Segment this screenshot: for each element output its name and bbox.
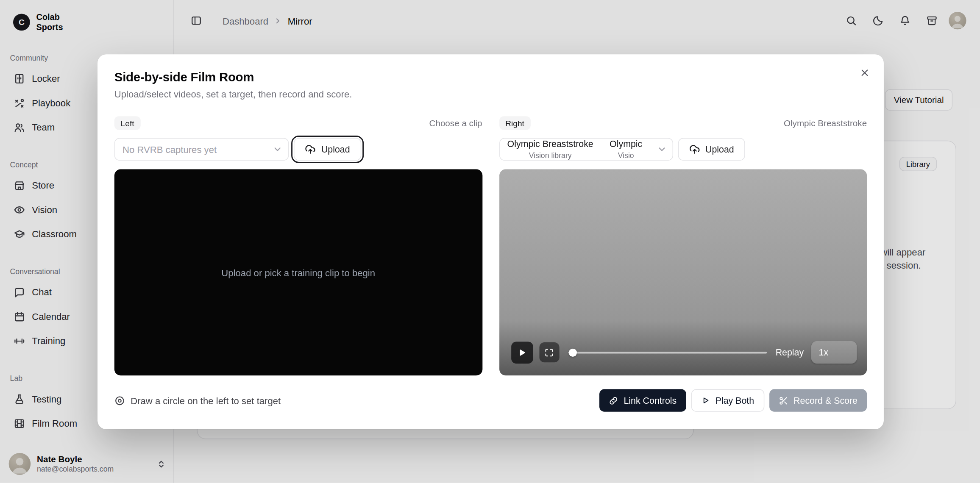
left-clip-select[interactable]: No RVRB captures yet [114, 138, 289, 161]
target-instruction-text: Draw a circle on the left to set target [131, 395, 281, 406]
link-controls-label: Link Controls [624, 395, 677, 405]
cloud-upload-icon [689, 144, 700, 155]
footer-actions: Link Controls Play Both Record & Score [599, 389, 867, 412]
record-score-label: Record & Score [793, 395, 858, 405]
select-option-subtitle: Vision library [529, 151, 572, 160]
play-both-label: Play Both [716, 395, 754, 405]
chevron-down-icon [657, 144, 667, 155]
scissors-icon [779, 396, 788, 405]
right-clip-select[interactable]: Olympic Breaststroke Vision library Olym… [499, 138, 673, 161]
slider-thumb[interactable] [568, 348, 576, 356]
left-select-value: No RVRB captures yet [122, 144, 217, 155]
left-video-canvas[interactable]: Upload or pick a training clip to begin [114, 169, 482, 376]
player-controls: Replay 1x [499, 320, 867, 375]
select-option-title: Olympic Breaststroke [507, 139, 593, 149]
target-instruction: Draw a circle on the left to set target [114, 395, 281, 406]
right-upload-button[interactable]: Upload [678, 138, 745, 161]
app-root: C Colab Sports Community Locker Playbook… [0, 0, 980, 483]
modal-columns: Left Choose a clip No RVRB captures yet … [114, 116, 867, 375]
link-controls-button[interactable]: Link Controls [599, 389, 686, 412]
record-score-button[interactable]: Record & Score [769, 389, 867, 412]
fullscreen-icon[interactable] [539, 342, 559, 362]
select-option-subtitle: Visio [618, 151, 634, 160]
modal-footer: Draw a circle on the left to set target … [114, 389, 867, 412]
modal-subtitle: Upload/select videos, set a target, then… [114, 88, 867, 100]
left-upload-button[interactable]: Upload [294, 138, 361, 161]
play-button[interactable] [511, 341, 533, 364]
select-option: Olympic Visio [610, 138, 642, 161]
target-icon [114, 395, 125, 406]
film-room-modal: Side-by-side Film Room Upload/select vid… [97, 54, 884, 429]
upload-label: Upload [321, 144, 350, 155]
play-outline-icon [701, 396, 710, 405]
choose-clip-hint: Choose a clip [429, 118, 482, 128]
slider-track [568, 351, 767, 353]
replay-label: Replay [776, 347, 804, 358]
left-column: Left Choose a clip No RVRB captures yet … [114, 116, 482, 375]
right-clip-name: Olympic Breaststroke [784, 118, 867, 128]
select-option-title: Olympic [610, 139, 642, 149]
modal-title: Side-by-side Film Room [114, 69, 867, 84]
right-column: Right Olympic Breaststroke Olympic Breas… [499, 116, 867, 375]
select-option: Olympic Breaststroke Vision library [507, 138, 593, 161]
play-both-button[interactable]: Play Both [691, 389, 764, 412]
seek-slider[interactable] [568, 347, 767, 358]
left-video-placeholder: Upload or pick a training clip to begin [221, 267, 375, 278]
close-icon[interactable] [857, 65, 872, 80]
cloud-upload-icon [305, 144, 316, 155]
right-video-player[interactable]: Replay 1x [499, 169, 867, 376]
right-badge: Right [499, 116, 530, 130]
upload-label: Upload [705, 144, 734, 155]
left-badge: Left [114, 116, 140, 130]
playback-speed-button[interactable]: 1x [811, 341, 857, 364]
link-icon [609, 396, 618, 405]
chevron-down-icon [273, 144, 283, 155]
